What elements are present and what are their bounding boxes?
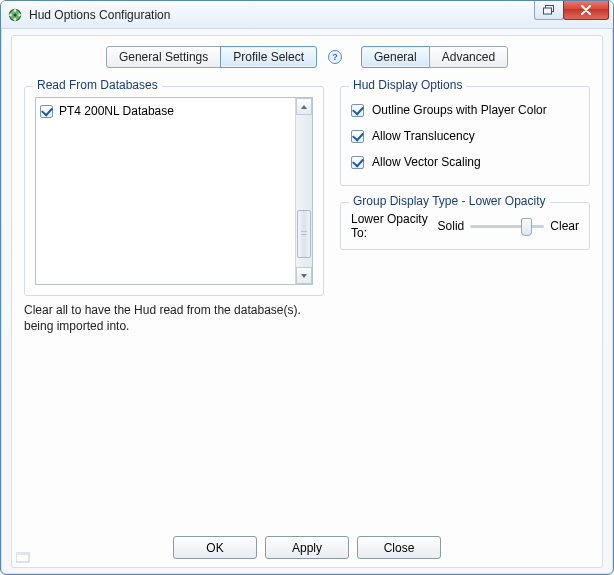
group-legend: Read From Databases xyxy=(33,78,162,92)
opacity-label: Lower Opacity To: xyxy=(351,212,432,240)
scroll-track[interactable] xyxy=(296,115,312,267)
checkbox[interactable] xyxy=(351,156,364,169)
close-icon xyxy=(580,5,592,15)
tab-general[interactable]: General xyxy=(361,46,430,68)
tab-advanced[interactable]: Advanced xyxy=(429,46,508,68)
tab-label: Profile Select xyxy=(233,50,304,64)
window-title: Hud Options Configuration xyxy=(29,8,535,22)
close-window-button[interactable] xyxy=(563,1,609,20)
ok-button[interactable]: OK xyxy=(173,536,257,559)
svg-text:?: ? xyxy=(332,52,338,62)
app-icon xyxy=(7,7,23,23)
button-label: Apply xyxy=(292,541,322,555)
scroll-down-button[interactable] xyxy=(296,267,312,284)
tab-label: General xyxy=(374,50,417,64)
tab-profile-select[interactable]: Profile Select xyxy=(220,46,317,68)
arrow-up-icon xyxy=(300,104,308,110)
window: Hud Options Configuration General Settin… xyxy=(0,0,614,575)
svg-point-2 xyxy=(14,9,17,12)
left-tab-group: General Settings Profile Select xyxy=(106,46,317,68)
option-allow-translucency[interactable]: Allow Translucency xyxy=(351,123,579,149)
databases-group: Read From Databases PT4 200NL Database xyxy=(24,86,324,296)
scroll-up-button[interactable] xyxy=(296,98,312,115)
svg-point-4 xyxy=(9,13,12,16)
opacity-row: Lower Opacity To: Solid Clear xyxy=(351,213,579,239)
svg-point-6 xyxy=(13,13,16,16)
opacity-left-label: Solid xyxy=(438,219,465,233)
opacity-group: Group Display Type - Lower Opacity Lower… xyxy=(340,202,590,250)
button-label: OK xyxy=(206,541,223,555)
option-outline-groups[interactable]: Outline Groups with Player Color xyxy=(351,97,579,123)
slider-track xyxy=(470,225,544,228)
arrow-down-icon xyxy=(300,273,308,279)
right-tab-group: General Advanced xyxy=(361,46,508,68)
content-columns: Read From Databases PT4 200NL Database xyxy=(24,78,590,334)
list-items: PT4 200NL Database xyxy=(36,98,295,284)
databases-listbox[interactable]: PT4 200NL Database xyxy=(35,97,313,285)
svg-point-3 xyxy=(14,18,17,21)
main-panel: General Settings Profile Select ? Genera… xyxy=(11,35,603,568)
status-grip-icon xyxy=(16,552,30,563)
tab-label: Advanced xyxy=(442,50,495,64)
svg-point-5 xyxy=(18,13,21,16)
tab-label: General Settings xyxy=(119,50,208,64)
option-label: Outline Groups with Player Color xyxy=(372,103,547,117)
group-legend: Group Display Type - Lower Opacity xyxy=(349,194,550,208)
group-legend: Hud Display Options xyxy=(349,78,466,92)
restore-icon xyxy=(543,5,555,15)
slider-thumb[interactable] xyxy=(521,218,532,236)
top-tab-bar: General Settings Profile Select ? Genera… xyxy=(24,46,590,68)
option-label: Allow Vector Scaling xyxy=(372,155,481,169)
vertical-scrollbar[interactable] xyxy=(295,98,312,284)
opacity-right-label: Clear xyxy=(550,219,579,233)
opacity-slider[interactable] xyxy=(470,216,544,236)
right-column: Hud Display Options Outline Groups with … xyxy=(340,78,590,250)
button-label: Close xyxy=(384,541,415,555)
checkbox[interactable] xyxy=(351,130,364,143)
option-label: Allow Translucency xyxy=(372,129,475,143)
checkbox[interactable] xyxy=(40,105,53,118)
client-area: General Settings Profile Select ? Genera… xyxy=(1,29,613,574)
display-options-group: Hud Display Options Outline Groups with … xyxy=(340,86,590,186)
window-buttons xyxy=(535,1,613,28)
left-column: Read From Databases PT4 200NL Database xyxy=(24,78,324,334)
option-allow-vector-scaling[interactable]: Allow Vector Scaling xyxy=(351,149,579,175)
list-item-label: PT4 200NL Database xyxy=(59,104,174,118)
titlebar: Hud Options Configuration xyxy=(1,1,613,29)
scroll-thumb[interactable] xyxy=(297,210,311,258)
restore-button[interactable] xyxy=(534,1,564,20)
svg-rect-8 xyxy=(544,8,552,14)
apply-button[interactable]: Apply xyxy=(265,536,349,559)
help-icon[interactable]: ? xyxy=(327,49,343,65)
svg-rect-12 xyxy=(16,552,29,555)
checkbox[interactable] xyxy=(351,104,364,117)
close-button[interactable]: Close xyxy=(357,536,441,559)
tab-general-settings[interactable]: General Settings xyxy=(106,46,221,68)
list-item[interactable]: PT4 200NL Database xyxy=(40,102,291,120)
databases-hint: Clear all to have the Hud read from the … xyxy=(24,302,324,334)
dialog-buttons: OK Apply Close xyxy=(24,530,590,559)
